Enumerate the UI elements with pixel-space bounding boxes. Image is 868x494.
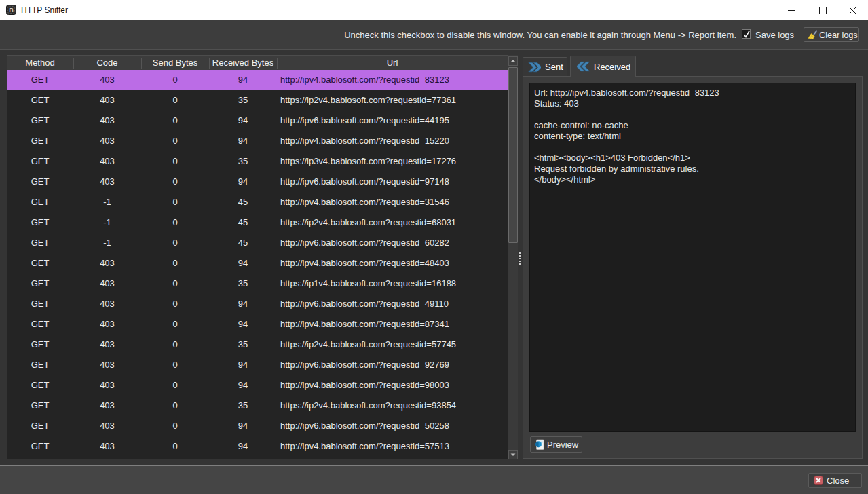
svg-text:B: B bbox=[9, 7, 14, 14]
